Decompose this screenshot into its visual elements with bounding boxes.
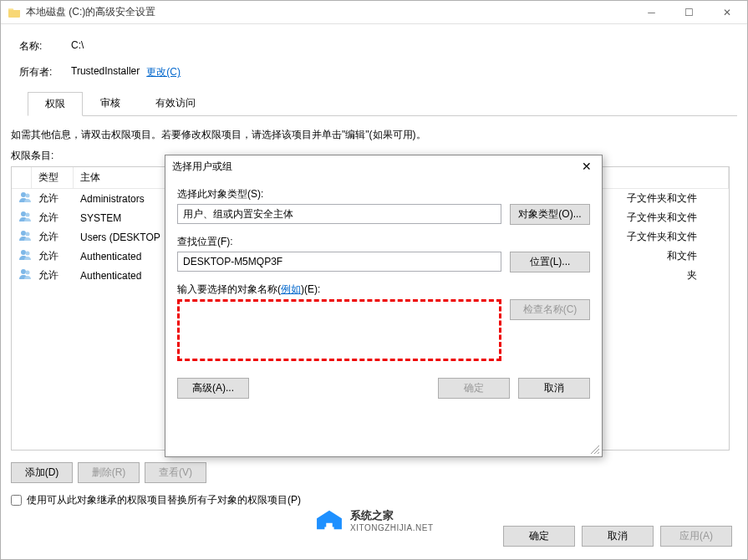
description-text: 如需其他信息，请双击权限项目。若要修改权限项目，请选择该项目并单击"编辑"(如果… [11,128,737,142]
user-icon [18,229,38,245]
svg-point-6 [21,250,26,255]
watermark-line2: XITONGZHIJIA.NET [350,523,434,532]
svg-point-3 [26,213,30,217]
replace-label: 使用可从此对象继承的权限项目替换所有子对象的权限项目(P) [27,493,301,507]
object-type-label: 选择此对象类型(S): [177,187,590,201]
svg-point-1 [26,194,30,198]
name-label: 名称: [19,39,71,53]
maximize-button[interactable]: ☐ [670,2,708,23]
window-controls: ─ ☐ ✕ [633,2,745,23]
row-type: 允许 [38,230,80,244]
check-names-button[interactable]: 检查名称(C) [510,299,590,320]
name-label: 输入要选择的对象名称(例如)(E): [177,283,590,297]
row-type: 允许 [38,191,80,206]
svg-point-4 [21,231,26,236]
svg-point-8 [21,269,26,274]
svg-point-5 [26,232,30,237]
tab-permissions[interactable]: 权限 [28,92,83,116]
owner-label: 所有者: [19,65,71,79]
watermark-line1: 系统之家 [350,508,434,523]
svg-point-9 [26,271,30,275]
name-row: 名称: C:\ [19,39,737,53]
watermark: 系统之家 XITONGZHIJIA.NET [313,508,434,532]
replace-checkbox[interactable] [11,495,22,506]
user-icon [18,210,38,226]
location-row: 位置(L)... [177,252,590,272]
object-type-input [177,204,501,224]
user-icon [18,248,38,264]
advanced-button[interactable]: 高级(A)... [177,378,249,399]
svg-rect-10 [324,527,328,531]
object-name-input[interactable] [177,299,501,361]
tab-audit[interactable]: 审核 [83,91,138,115]
row-type: 允许 [38,249,80,263]
modal-cancel-button[interactable]: 取消 [518,378,590,399]
svg-point-2 [21,211,26,216]
modal-titlebar: 选择用户或组 ✕ [165,155,602,177]
object-type-button[interactable]: 对象类型(O)... [510,204,590,225]
modal-close-button[interactable]: ✕ [578,158,595,175]
minimize-button[interactable]: ─ [633,2,670,23]
modal-body: 选择此对象类型(S): 对象类型(O)... 查找位置(F): 位置(L)...… [165,177,602,378]
close-button[interactable]: ✕ [708,2,745,23]
row-type: 允许 [38,268,80,283]
location-button[interactable]: 位置(L)... [510,252,590,272]
titlebar: 本地磁盘 (C:)的高级安全设置 ─ ☐ ✕ [1,1,747,24]
owner-row: 所有者: TrustedInstaller 更改(C) [19,65,737,79]
object-type-row: 对象类型(O)... [177,204,590,225]
view-button[interactable]: 查看(V) [145,462,206,483]
change-owner-link[interactable]: 更改(C) [146,65,181,79]
cancel-button[interactable]: 取消 [582,526,654,547]
modal-footer: 高级(A)... 确定 取消 [165,378,602,407]
location-input [177,252,501,272]
user-icon [18,191,38,206]
replace-checkbox-row: 使用可从此对象继承的权限项目替换所有子对象的权限项目(P) [11,493,737,507]
modal-ok-button[interactable]: 确定 [438,378,510,399]
col-type[interactable]: 类型 [32,167,74,188]
main-dialog-buttons: 确定 取消 应用(A) [503,526,732,547]
add-button[interactable]: 添加(D) [11,462,73,483]
tabs: 权限 审核 有效访问 [28,91,737,116]
owner-value: TrustedInstaller [71,65,140,79]
example-link[interactable]: 例如 [281,283,301,295]
name-row: 检查名称(C) [177,299,590,361]
user-icon [18,267,38,283]
col-icon [12,167,32,188]
resize-grip[interactable] [590,445,600,455]
watermark-logo-icon [313,509,345,532]
select-user-dialog: 选择用户或组 ✕ 选择此对象类型(S): 对象类型(O)... 查找位置(F):… [165,155,603,457]
remove-button[interactable]: 删除(R) [78,462,140,483]
row-type: 允许 [38,211,80,225]
window-title: 本地磁盘 (C:)的高级安全设置 [26,5,633,19]
modal-title: 选择用户或组 [172,160,578,174]
svg-point-0 [21,192,26,197]
apply-button[interactable]: 应用(A) [660,526,732,547]
location-label: 查找位置(F): [177,235,590,249]
ok-button[interactable]: 确定 [503,526,575,547]
svg-rect-11 [331,527,334,531]
tab-effective[interactable]: 有效访问 [138,91,213,115]
svg-point-7 [26,252,30,256]
folder-icon [8,6,21,19]
name-value: C:\ [71,39,84,53]
action-buttons: 添加(D) 删除(R) 查看(V) [11,462,737,483]
